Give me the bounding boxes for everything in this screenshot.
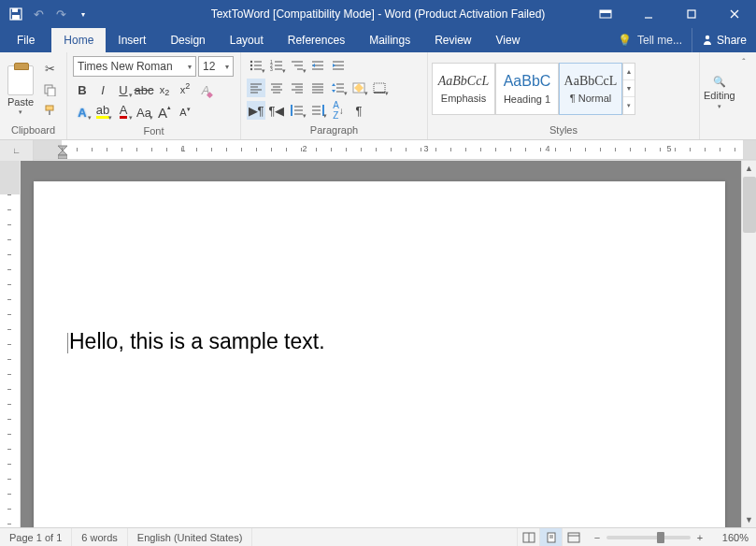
zoom-value[interactable]: 160% <box>709 532 749 543</box>
strikethrough-button[interactable]: abc <box>135 80 153 99</box>
minimize-button[interactable] <box>627 0 670 28</box>
scroll-thumb[interactable] <box>743 177 756 233</box>
ribbon: Paste ▾ ✂ Clipboard Times New Roman ▾ 12… <box>0 52 756 140</box>
document-area[interactable]: Hello, this is a sample text. ▲ ▼ <box>21 161 756 527</box>
clear-formatting-button[interactable]: A◆ <box>196 80 215 99</box>
underline-button[interactable]: U <box>114 80 133 99</box>
page[interactable]: Hello, this is a sample text. <box>34 181 725 527</box>
numbering-button[interactable]: 123 <box>267 56 286 75</box>
qat-customize-icon[interactable]: ▾ <box>73 4 93 24</box>
rtl-direction-button[interactable]: ¶◀ <box>267 101 286 120</box>
save-icon[interactable] <box>6 4 26 24</box>
style-heading1[interactable]: AaBbC Heading 1 <box>495 63 559 115</box>
ribbon-display-icon[interactable] <box>584 0 627 28</box>
align-center-button[interactable] <box>267 79 286 97</box>
person-icon <box>702 34 713 48</box>
tab-selector[interactable]: ∟ <box>0 140 34 161</box>
italic-button[interactable]: I <box>93 80 112 99</box>
clipboard-group-label: Clipboard <box>0 124 66 139</box>
zoom-in-button[interactable]: + <box>694 532 706 543</box>
show-paragraph-marks-button[interactable]: ¶ <box>349 101 368 120</box>
shrink-font-button[interactable]: A▾ <box>176 103 194 122</box>
increase-indent-button[interactable] <box>329 56 348 75</box>
shading-button[interactable] <box>349 79 368 97</box>
read-mode-button[interactable] <box>517 528 539 547</box>
svg-rect-59 <box>374 83 385 93</box>
svg-point-18 <box>250 68 252 70</box>
bold-button[interactable]: B <box>73 80 92 99</box>
scroll-track[interactable] <box>742 176 756 512</box>
align-right-button[interactable] <box>288 79 307 97</box>
svg-text:1: 1 <box>270 60 273 65</box>
subscript-button[interactable]: x2 <box>155 80 174 99</box>
align-left-button[interactable] <box>247 79 265 97</box>
change-case-button[interactable]: Aa <box>135 103 153 122</box>
superscript-button[interactable]: x2 <box>176 80 194 99</box>
style-normal[interactable]: AaBbCcL ¶ Normal <box>559 63 622 115</box>
svg-rect-12 <box>46 106 53 110</box>
borders-button[interactable] <box>370 79 389 97</box>
web-layout-button[interactable] <box>562 528 584 547</box>
zoom-out-button[interactable]: − <box>592 532 603 543</box>
bullets-button[interactable] <box>247 56 265 75</box>
paste-button[interactable]: Paste ▾ <box>4 62 37 116</box>
indent-right-button[interactable] <box>308 101 327 120</box>
svg-rect-68 <box>322 105 324 116</box>
redo-icon[interactable]: ↷ <box>50 4 71 24</box>
page-count[interactable]: Page 1 of 1 <box>0 528 72 546</box>
svg-marker-69 <box>58 146 67 151</box>
document-body[interactable]: Hello, this is a sample text. <box>67 329 325 354</box>
print-layout-button[interactable] <box>539 528 562 547</box>
group-styles: AaBbCcL Emphasis AaBbC Heading 1 AaBbCcL… <box>428 52 700 139</box>
indent-left-button[interactable] <box>288 101 307 120</box>
word-count[interactable]: 6 words <box>72 528 128 546</box>
editing-menu-button[interactable]: 🔍 Editing ▾ <box>704 66 735 110</box>
collapse-ribbon-button[interactable]: ˆ <box>735 56 752 69</box>
undo-icon[interactable]: ↶ <box>28 4 49 24</box>
vertical-scrollbar[interactable]: ▲ ▼ <box>741 161 756 527</box>
tab-view[interactable]: View <box>484 28 533 52</box>
format-painter-button[interactable] <box>39 101 60 120</box>
decrease-indent-button[interactable] <box>308 56 327 75</box>
language-status[interactable]: English (United States) <box>128 528 253 546</box>
lightbulb-icon: 💡 <box>618 34 632 47</box>
vertical-ruler[interactable] <box>0 161 21 527</box>
text-effects-button[interactable]: A <box>73 103 92 122</box>
tell-me-search[interactable]: 💡 Tell me... <box>608 28 692 52</box>
tab-references[interactable]: References <box>276 28 357 52</box>
font-group-label: Font <box>67 125 240 139</box>
font-size-combo[interactable]: 12 ▾ <box>198 56 234 77</box>
styles-gallery-more[interactable]: ▲ ▼ ▾ <box>622 63 635 115</box>
copy-button[interactable] <box>39 80 60 99</box>
scroll-down-icon[interactable]: ▼ <box>742 512 756 527</box>
tab-layout[interactable]: Layout <box>218 28 276 52</box>
multilevel-list-button[interactable] <box>288 56 307 75</box>
zoom-slider-thumb[interactable] <box>657 532 664 543</box>
tab-file[interactable]: File <box>0 28 51 52</box>
svg-line-7 <box>731 10 738 18</box>
close-button[interactable] <box>713 0 756 28</box>
tab-review[interactable]: Review <box>422 28 483 52</box>
ltr-direction-button[interactable]: ▶¶ <box>247 101 265 120</box>
maximize-button[interactable] <box>670 0 713 28</box>
style-emphasis[interactable]: AaBbCcL Emphasis <box>432 63 495 115</box>
horizontal-ruler[interactable]: 12345 <box>34 140 756 160</box>
chevron-down-icon: ▼ <box>623 80 635 97</box>
share-button[interactable]: Share <box>692 28 756 52</box>
cut-button[interactable]: ✂ <box>39 60 60 79</box>
font-color-button[interactable]: A <box>114 103 133 122</box>
justify-button[interactable] <box>308 79 327 97</box>
grow-font-button[interactable]: A▴ <box>155 103 174 122</box>
tab-insert[interactable]: Insert <box>106 28 158 52</box>
zoom-slider[interactable] <box>606 536 691 539</box>
line-spacing-button[interactable] <box>329 79 348 97</box>
sort-button[interactable]: AZ↓ <box>329 101 348 120</box>
highlight-button[interactable]: ab <box>93 103 112 122</box>
tab-mailings[interactable]: Mailings <box>357 28 422 52</box>
tab-design[interactable]: Design <box>158 28 217 52</box>
scroll-up-icon[interactable]: ▲ <box>742 161 756 176</box>
svg-rect-0 <box>10 8 21 20</box>
font-name-combo[interactable]: Times New Roman ▾ <box>73 56 196 77</box>
tab-home[interactable]: Home <box>51 28 106 52</box>
first-line-indent-marker[interactable] <box>58 142 67 157</box>
